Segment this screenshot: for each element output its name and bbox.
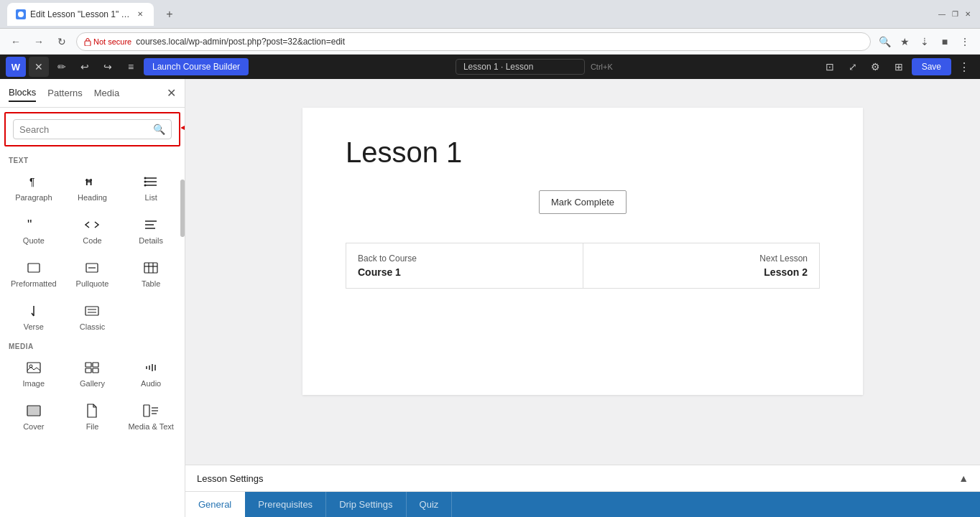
svg-point-0 <box>18 11 24 17</box>
tab-blocks[interactable]: Blocks <box>9 84 36 102</box>
svg-rect-35 <box>144 405 149 416</box>
main-layout: Blocks Patterns Media ✕ 🔍 <box>0 79 980 517</box>
list-label: List <box>145 193 157 202</box>
redo-btn[interactable]: ↪ <box>98 57 118 77</box>
external-view-btn[interactable]: ⤢ <box>843 57 863 77</box>
settings-tabs: General Prerequisites Drip Settings Quiz <box>185 492 980 517</box>
download-icon[interactable]: ⇣ <box>917 34 933 50</box>
star-icon[interactable]: ★ <box>897 34 912 50</box>
browser-tab[interactable]: Edit Lesson "Lesson 1" < course... ✕ <box>7 3 154 26</box>
keyboard-shortcut: Ctrl+K <box>591 62 613 71</box>
editor-canvas: Lesson 1 Mark Complete Back to Course Co… <box>185 79 980 465</box>
settings-tab-drip[interactable]: Drip Settings <box>326 492 406 517</box>
undo-btn[interactable]: ↩ <box>75 57 95 77</box>
address-bar: ← → ↻ Not secure courses.local/wp-admin/… <box>0 29 980 55</box>
audio-icon <box>144 359 158 376</box>
table-label: Table <box>142 279 160 288</box>
svg-point-11 <box>144 181 147 183</box>
sidebar-close-btn[interactable]: ✕ <box>167 86 176 100</box>
details-label: Details <box>139 236 163 245</box>
block-gallery[interactable]: Gallery <box>65 353 121 393</box>
nav-next-box[interactable]: Next Lesson Lesson 2 <box>583 243 820 289</box>
verse-icon <box>27 302 41 320</box>
window-close-btn[interactable]: ✕ <box>963 9 973 19</box>
svg-rect-24 <box>85 307 98 315</box>
block-quote[interactable]: " Quote <box>6 210 62 251</box>
block-list[interactable]: List <box>123 167 179 208</box>
block-heading[interactable]: H Heading <box>65 167 121 208</box>
settings-header[interactable]: Lesson Settings ▲ <box>185 465 980 492</box>
image-icon <box>27 359 41 376</box>
more-options-btn[interactable]: ⋮ <box>954 57 974 77</box>
view-mode-btn[interactable]: ⊡ <box>820 57 840 77</box>
search-input[interactable] <box>19 124 153 135</box>
block-verse[interactable]: Verse <box>6 297 62 337</box>
cover-label: Cover <box>23 422 44 431</box>
block-details[interactable]: Details <box>123 210 179 251</box>
settings-title: Lesson Settings <box>197 473 958 484</box>
menu-btn[interactable]: ≡ <box>121 57 141 77</box>
brush-btn[interactable]: ✏ <box>52 57 72 77</box>
layout-btn[interactable]: ⊞ <box>889 57 909 77</box>
tab-patterns[interactable]: Patterns <box>47 85 82 101</box>
new-tab-button[interactable]: + <box>160 4 180 24</box>
wp-logo-btn[interactable]: W <box>6 57 26 77</box>
launch-builder-btn[interactable]: Launch Course Builder <box>144 58 249 75</box>
wp-admin-toolbar: W ✕ ✏ ↩ ↪ ≡ Launch Course Builder Ctrl+K… <box>0 55 980 79</box>
block-cover[interactable]: Cover <box>6 396 62 437</box>
back-nav-btn[interactable]: ← <box>7 33 24 50</box>
svg-rect-29 <box>85 363 91 367</box>
save-btn[interactable]: Save <box>912 58 951 75</box>
block-image[interactable]: Image <box>6 353 62 393</box>
url-bar[interactable]: Not secure courses.local/wp-admin/post.p… <box>76 32 871 51</box>
nav-back-box[interactable]: Back to Course Course 1 <box>346 243 583 289</box>
block-media-text[interactable]: Media & Text <box>123 396 179 437</box>
block-audio[interactable]: Audio <box>123 353 179 393</box>
heading-icon: H <box>84 173 100 190</box>
block-pullquote[interactable]: Pullquote <box>65 253 121 294</box>
nav-back-label: Back to Course <box>358 253 571 264</box>
window-restore-btn[interactable]: ❐ <box>950 9 960 19</box>
svg-rect-20 <box>144 263 157 273</box>
post-title-input[interactable] <box>456 59 585 75</box>
block-code[interactable]: Code <box>65 210 121 251</box>
pullquote-label: Pullquote <box>76 279 109 288</box>
svg-text:H: H <box>85 177 92 187</box>
search-submit-btn[interactable]: 🔍 <box>153 124 165 135</box>
block-file[interactable]: File <box>65 396 121 437</box>
svg-rect-32 <box>93 368 98 373</box>
block-classic[interactable]: Classic <box>65 297 121 337</box>
menu-dots-icon[interactable]: ⋮ <box>957 34 973 50</box>
editor-content: Lesson 1 Mark Complete Back to Course Co… <box>185 79 980 517</box>
sidebar-scrollbar-track[interactable] <box>180 180 185 395</box>
tab-close-btn[interactable]: ✕ <box>135 9 145 19</box>
url-text: courses.local/wp-admin/post.php?post=32&… <box>136 37 345 47</box>
sidebar-scrollbar-thumb <box>180 180 185 237</box>
block-paragraph[interactable]: ¶ Paragraph <box>6 167 62 208</box>
tab-media[interactable]: Media <box>94 85 119 101</box>
settings-toggle-icon[interactable]: ▲ <box>958 472 969 484</box>
pullquote-icon <box>85 259 99 276</box>
close-panel-btn[interactable]: ✕ <box>29 57 49 77</box>
extensions-icon[interactable]: ■ <box>937 34 953 50</box>
text-blocks-grid: ¶ Paragraph H Heading <box>0 167 185 337</box>
settings-panel: Lesson Settings ▲ General Prerequisites … <box>185 465 980 517</box>
block-table[interactable]: Table <box>123 253 179 294</box>
classic-icon <box>85 302 99 320</box>
lesson-nav: Back to Course Course 1 Next Lesson Less… <box>346 243 820 289</box>
reload-btn[interactable]: ↻ <box>53 33 70 50</box>
mark-complete-btn[interactable]: Mark Complete <box>539 190 627 214</box>
settings-btn[interactable]: ⚙ <box>866 57 886 77</box>
search-addr-icon[interactable]: 🔍 <box>877 34 892 50</box>
block-preformatted[interactable]: Preformatted <box>6 253 62 294</box>
tab-favicon <box>16 9 26 19</box>
svg-rect-27 <box>27 363 40 373</box>
svg-text:¶: ¶ <box>29 176 35 187</box>
settings-tab-prerequisites[interactable]: Prerequisites <box>245 492 326 517</box>
svg-point-10 <box>144 177 147 180</box>
settings-tab-general[interactable]: General <box>185 492 245 517</box>
window-minimize-btn[interactable]: — <box>937 9 947 19</box>
media-section-label: MEDIA <box>0 337 185 353</box>
forward-nav-btn[interactable]: → <box>30 33 47 50</box>
settings-tab-quiz[interactable]: Quiz <box>407 492 453 517</box>
